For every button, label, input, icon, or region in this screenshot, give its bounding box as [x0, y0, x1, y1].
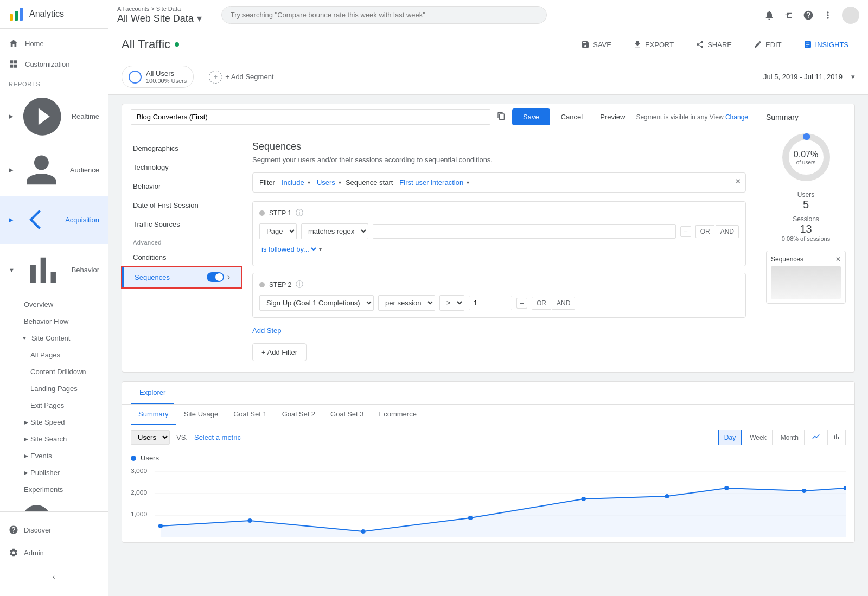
segment-preview-button[interactable]: Preview: [593, 108, 631, 125]
step-1-label: STEP 1: [269, 209, 291, 217]
sessions-stat: Sessions 13 0.08% of sessions: [766, 215, 846, 242]
sidebar-item-customization[interactable]: Customization: [0, 54, 108, 74]
svg-point-12: [247, 518, 252, 523]
segment-cancel-button[interactable]: Cancel: [554, 108, 589, 125]
sub-tabs-row: Summary Site Usage Goal Set 1 Goal Set 2…: [122, 405, 854, 425]
sub-tab-site-usage[interactable]: Site Usage: [176, 405, 226, 425]
filter-close-icon[interactable]: ✕: [735, 177, 741, 185]
sidebar-item-exit-pages[interactable]: Exit Pages: [0, 397, 108, 414]
breadcrumb-dropdown-icon[interactable]: ▾: [197, 12, 202, 24]
step-1-operator-select[interactable]: matches regex: [301, 223, 368, 239]
sidebar-item-overview[interactable]: Overview: [0, 296, 108, 313]
step-2-per-session-select[interactable]: per session: [378, 295, 435, 311]
sub-tab-goal-set-1[interactable]: Goal Set 1: [226, 405, 274, 425]
sidebar-item-content-drilldown[interactable]: Content Drilldown: [0, 363, 108, 380]
step-2-value-input[interactable]: [469, 296, 512, 310]
sub-tab-goal-set-2[interactable]: Goal Set 2: [275, 405, 323, 425]
left-nav-date-of-first-session[interactable]: Date of First Session: [122, 196, 241, 215]
users-stat-label: Users: [766, 191, 846, 198]
sidebar-item-admin[interactable]: Admin: [9, 543, 99, 562]
step-1-or-button[interactable]: OR: [695, 225, 714, 238]
sidebar-item-events[interactable]: ▶ Events: [0, 447, 108, 464]
step-2-info-icon[interactable]: ⓘ: [296, 280, 303, 290]
share-button[interactable]: SHARE: [689, 37, 738, 52]
step-1-minus-button[interactable]: −: [680, 226, 691, 237]
sidebar-item-site-speed[interactable]: ▶ Site Speed: [0, 414, 108, 431]
sidebar-item-realtime[interactable]: ▶ Realtime: [0, 89, 108, 144]
left-nav-demographics[interactable]: Demographics: [122, 139, 241, 158]
bar-chart-icon-button[interactable]: [827, 430, 846, 445]
select-metric-link[interactable]: Select a metric: [194, 433, 241, 441]
segment-name-input[interactable]: [131, 109, 490, 125]
left-nav-behavior[interactable]: Behavior: [122, 177, 241, 196]
change-link[interactable]: Change: [725, 113, 748, 121]
add-segment-button[interactable]: + + Add Segment: [202, 67, 280, 87]
sidebar-item-publisher[interactable]: ▶ Publisher: [0, 464, 108, 481]
users-metric-select[interactable]: Users: [131, 430, 170, 445]
day-button[interactable]: Day: [718, 430, 742, 445]
all-users-segment[interactable]: All Users 100.00% Users: [122, 66, 194, 88]
filter-users-select[interactable]: Users: [315, 177, 337, 188]
breadcrumb-main: All Web Site Data ▾: [117, 12, 202, 24]
insights-button[interactable]: INSIGHTS: [797, 37, 855, 52]
sidebar-item-behavior[interactable]: ▼ Behavior: [0, 244, 108, 297]
sub-tab-summary[interactable]: Summary: [131, 405, 176, 425]
date-range-chevron[interactable]: ▾: [851, 73, 855, 81]
edit-button[interactable]: EDIT: [747, 37, 788, 52]
sequence-start-select[interactable]: First user interaction: [397, 177, 465, 188]
left-nav-traffic-sources[interactable]: Traffic Sources: [122, 215, 241, 234]
sidebar-item-acquisition[interactable]: ▶ Acquisition: [0, 196, 108, 243]
step-2-label: STEP 2: [269, 281, 291, 289]
sidebar-item-all-pages[interactable]: All Pages: [0, 347, 108, 363]
help-icon[interactable]: [803, 10, 814, 21]
apps-icon[interactable]: [783, 10, 794, 21]
filter-include-select[interactable]: Include: [279, 177, 307, 188]
more-icon[interactable]: [822, 10, 833, 21]
svg-point-14: [468, 516, 473, 520]
step-1-type-select[interactable]: Page: [259, 223, 297, 239]
sidebar-item-behavior-flow[interactable]: Behavior Flow: [0, 313, 108, 330]
avatar[interactable]: [842, 7, 859, 24]
step-2-minus-button[interactable]: −: [516, 298, 527, 309]
insights-btn-label: INSIGHTS: [815, 41, 848, 49]
week-button[interactable]: Week: [744, 430, 772, 445]
sidebar-item-home[interactable]: Home: [0, 33, 108, 54]
step-2-and-button[interactable]: AND: [552, 297, 575, 310]
sequences-close-icon[interactable]: ✕: [835, 255, 841, 263]
sidebar-item-discover[interactable]: Discover: [9, 521, 99, 539]
search-input[interactable]: [221, 6, 547, 24]
left-nav-conditions[interactable]: Conditions: [122, 248, 241, 267]
step-1-value-input[interactable]: [373, 224, 676, 239]
sub-tab-goal-set-3[interactable]: Goal Set 3: [323, 405, 371, 425]
sub-tab-ecommerce[interactable]: Ecommerce: [372, 405, 424, 425]
step-1-info-icon[interactable]: ⓘ: [296, 208, 303, 218]
add-step-button[interactable]: Add Step: [252, 324, 746, 337]
segment-save-button[interactable]: Save: [512, 108, 550, 125]
sidebar-item-site-content[interactable]: ▼ Site Content: [0, 330, 108, 347]
donut-text: 0.07% of users: [794, 150, 818, 165]
step-1-and-button[interactable]: AND: [716, 225, 739, 238]
insights-icon: [803, 40, 812, 49]
notifications-icon[interactable]: [764, 10, 775, 21]
followed-by-select[interactable]: is followed by...: [259, 245, 318, 254]
export-button[interactable]: EXPORT: [627, 37, 680, 52]
step-2-or-button[interactable]: OR: [532, 297, 551, 310]
sidebar-item-site-search[interactable]: ▶ Site Search: [0, 431, 108, 447]
step-2-operator-select[interactable]: ≥: [439, 295, 464, 311]
month-button[interactable]: Month: [775, 430, 805, 445]
save-button[interactable]: SAVE: [575, 37, 618, 52]
left-nav-technology[interactable]: Technology: [122, 158, 241, 177]
sequences-toggle[interactable]: [207, 272, 224, 282]
add-filter-button[interactable]: + Add Filter: [252, 343, 307, 361]
left-nav-sequences[interactable]: Sequences ›: [122, 267, 241, 287]
line-chart-icon-button[interactable]: [807, 430, 825, 445]
sidebar-item-experiments[interactable]: Experiments: [0, 481, 108, 498]
copy-icon[interactable]: [495, 110, 508, 124]
sidebar-item-landing-pages[interactable]: Landing Pages: [0, 380, 108, 397]
collapse-icon: ‹: [53, 573, 55, 581]
step-2-type-select[interactable]: Sign Up (Goal 1 Completions): [259, 295, 374, 311]
sidebar-item-conversions[interactable]: ▶ Conversions: [0, 498, 108, 511]
collapse-sidebar-button[interactable]: ‹: [9, 566, 99, 587]
sidebar-item-audience[interactable]: ▶ Audience: [0, 144, 108, 196]
explorer-tab[interactable]: Explorer: [131, 382, 174, 404]
